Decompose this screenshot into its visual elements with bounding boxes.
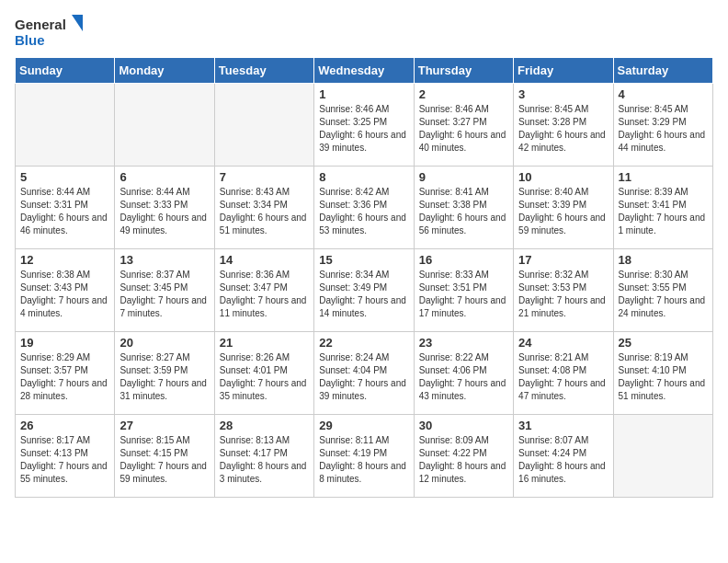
calendar-header-saturday: Saturday xyxy=(613,58,712,84)
day-info: Sunrise: 8:46 AM Sunset: 3:27 PM Dayligh… xyxy=(419,103,508,155)
calendar-cell: 28Sunrise: 8:13 AM Sunset: 4:17 PM Dayli… xyxy=(214,415,313,498)
day-info: Sunrise: 8:15 AM Sunset: 4:15 PM Dayligh… xyxy=(119,434,209,486)
calendar-cell: 14Sunrise: 8:36 AM Sunset: 3:47 PM Dayli… xyxy=(214,249,313,332)
day-number: 23 xyxy=(419,336,508,350)
day-info: Sunrise: 8:32 AM Sunset: 3:53 PM Dayligh… xyxy=(518,269,608,320)
page-header: GeneralBlue xyxy=(15,15,713,50)
day-number: 24 xyxy=(518,336,608,350)
day-info: Sunrise: 8:07 AM Sunset: 4:24 PM Dayligh… xyxy=(518,434,608,486)
svg-text:Blue: Blue xyxy=(15,32,45,48)
day-number: 15 xyxy=(319,253,408,267)
calendar-cell xyxy=(115,84,214,167)
calendar-cell: 6Sunrise: 8:44 AM Sunset: 3:33 PM Daylig… xyxy=(115,167,214,249)
calendar-header-row: SundayMondayTuesdayWednesdayThursdayFrid… xyxy=(16,58,713,84)
calendar-cell: 27Sunrise: 8:15 AM Sunset: 4:15 PM Dayli… xyxy=(115,415,214,498)
day-number: 13 xyxy=(119,253,209,267)
day-info: Sunrise: 8:36 AM Sunset: 3:47 PM Dayligh… xyxy=(220,269,309,320)
calendar-cell xyxy=(16,84,115,167)
calendar-cell: 18Sunrise: 8:30 AM Sunset: 3:55 PM Dayli… xyxy=(613,249,712,332)
calendar-cell: 25Sunrise: 8:19 AM Sunset: 4:10 PM Dayli… xyxy=(613,332,712,415)
calendar-cell: 19Sunrise: 8:29 AM Sunset: 3:57 PM Dayli… xyxy=(16,332,115,415)
calendar-cell xyxy=(613,415,712,498)
calendar-header-sunday: Sunday xyxy=(16,58,115,84)
day-info: Sunrise: 8:19 AM Sunset: 4:10 PM Dayligh… xyxy=(619,351,708,403)
day-number: 14 xyxy=(220,253,309,267)
day-number: 4 xyxy=(619,87,708,101)
svg-marker-2 xyxy=(72,15,83,31)
day-info: Sunrise: 8:41 AM Sunset: 3:38 PM Dayligh… xyxy=(419,186,508,237)
calendar-header-tuesday: Tuesday xyxy=(214,58,313,84)
day-number: 5 xyxy=(20,170,109,184)
day-number: 26 xyxy=(20,419,109,432)
day-info: Sunrise: 8:33 AM Sunset: 3:51 PM Dayligh… xyxy=(419,269,508,320)
day-number: 28 xyxy=(220,419,309,432)
calendar-week-row: 5Sunrise: 8:44 AM Sunset: 3:31 PM Daylig… xyxy=(16,167,713,249)
day-info: Sunrise: 8:30 AM Sunset: 3:55 PM Dayligh… xyxy=(619,269,708,320)
calendar-cell: 5Sunrise: 8:44 AM Sunset: 3:31 PM Daylig… xyxy=(16,167,115,249)
day-info: Sunrise: 8:44 AM Sunset: 3:31 PM Dayligh… xyxy=(20,186,109,237)
day-number: 22 xyxy=(319,336,408,350)
day-number: 31 xyxy=(518,419,608,432)
calendar-cell: 16Sunrise: 8:33 AM Sunset: 3:51 PM Dayli… xyxy=(414,249,513,332)
calendar-cell xyxy=(214,84,313,167)
calendar-cell: 7Sunrise: 8:43 AM Sunset: 3:34 PM Daylig… xyxy=(214,167,313,249)
day-number: 12 xyxy=(20,253,109,267)
calendar-cell: 11Sunrise: 8:39 AM Sunset: 3:41 PM Dayli… xyxy=(613,167,712,249)
calendar-cell: 31Sunrise: 8:07 AM Sunset: 4:24 PM Dayli… xyxy=(514,415,613,498)
logo-icon: GeneralBlue xyxy=(15,15,88,50)
day-info: Sunrise: 8:27 AM Sunset: 3:59 PM Dayligh… xyxy=(119,351,209,403)
calendar-cell: 12Sunrise: 8:38 AM Sunset: 3:43 PM Dayli… xyxy=(16,249,115,332)
day-info: Sunrise: 8:37 AM Sunset: 3:45 PM Dayligh… xyxy=(119,269,209,320)
day-info: Sunrise: 8:13 AM Sunset: 4:17 PM Dayligh… xyxy=(220,434,309,486)
calendar-cell: 15Sunrise: 8:34 AM Sunset: 3:49 PM Dayli… xyxy=(314,249,414,332)
calendar-cell: 4Sunrise: 8:45 AM Sunset: 3:29 PM Daylig… xyxy=(613,84,712,167)
day-number: 3 xyxy=(518,87,608,101)
day-info: Sunrise: 8:24 AM Sunset: 4:04 PM Dayligh… xyxy=(319,351,408,403)
calendar-cell: 29Sunrise: 8:11 AM Sunset: 4:19 PM Dayli… xyxy=(314,415,414,498)
calendar-cell: 30Sunrise: 8:09 AM Sunset: 4:22 PM Dayli… xyxy=(414,415,513,498)
day-info: Sunrise: 8:44 AM Sunset: 3:33 PM Dayligh… xyxy=(119,186,209,237)
day-number: 6 xyxy=(119,170,209,184)
day-number: 25 xyxy=(619,336,708,350)
calendar-table: SundayMondayTuesdayWednesdayThursdayFrid… xyxy=(15,57,713,498)
day-number: 11 xyxy=(619,170,708,184)
day-info: Sunrise: 8:09 AM Sunset: 4:22 PM Dayligh… xyxy=(419,434,508,486)
day-number: 19 xyxy=(20,336,109,350)
day-info: Sunrise: 8:21 AM Sunset: 4:08 PM Dayligh… xyxy=(518,351,608,403)
day-info: Sunrise: 8:26 AM Sunset: 4:01 PM Dayligh… xyxy=(220,351,309,403)
day-number: 1 xyxy=(319,87,408,101)
calendar-header-thursday: Thursday xyxy=(414,58,513,84)
day-number: 9 xyxy=(419,170,508,184)
calendar-week-row: 19Sunrise: 8:29 AM Sunset: 3:57 PM Dayli… xyxy=(16,332,713,415)
calendar-week-row: 26Sunrise: 8:17 AM Sunset: 4:13 PM Dayli… xyxy=(16,415,713,498)
day-number: 7 xyxy=(220,170,309,184)
day-info: Sunrise: 8:22 AM Sunset: 4:06 PM Dayligh… xyxy=(419,351,508,403)
calendar-header-monday: Monday xyxy=(115,58,214,84)
calendar-cell: 22Sunrise: 8:24 AM Sunset: 4:04 PM Dayli… xyxy=(314,332,414,415)
day-info: Sunrise: 8:11 AM Sunset: 4:19 PM Dayligh… xyxy=(319,434,408,486)
day-info: Sunrise: 8:17 AM Sunset: 4:13 PM Dayligh… xyxy=(20,434,109,486)
day-info: Sunrise: 8:39 AM Sunset: 3:41 PM Dayligh… xyxy=(619,186,708,237)
calendar-cell: 2Sunrise: 8:46 AM Sunset: 3:27 PM Daylig… xyxy=(414,84,513,167)
day-number: 30 xyxy=(419,419,508,432)
calendar-header-friday: Friday xyxy=(514,58,613,84)
day-number: 21 xyxy=(220,336,309,350)
day-number: 16 xyxy=(419,253,508,267)
day-info: Sunrise: 8:38 AM Sunset: 3:43 PM Dayligh… xyxy=(20,269,109,320)
day-number: 2 xyxy=(419,87,508,101)
day-number: 10 xyxy=(518,170,608,184)
day-info: Sunrise: 8:46 AM Sunset: 3:25 PM Dayligh… xyxy=(319,103,408,155)
calendar-cell: 24Sunrise: 8:21 AM Sunset: 4:08 PM Dayli… xyxy=(514,332,613,415)
calendar-cell: 1Sunrise: 8:46 AM Sunset: 3:25 PM Daylig… xyxy=(314,84,414,167)
day-number: 20 xyxy=(119,336,209,350)
calendar-cell: 17Sunrise: 8:32 AM Sunset: 3:53 PM Dayli… xyxy=(514,249,613,332)
day-number: 29 xyxy=(319,419,408,432)
calendar-cell: 21Sunrise: 8:26 AM Sunset: 4:01 PM Dayli… xyxy=(214,332,313,415)
day-info: Sunrise: 8:34 AM Sunset: 3:49 PM Dayligh… xyxy=(319,269,408,320)
logo: GeneralBlue xyxy=(15,15,88,50)
calendar-cell: 9Sunrise: 8:41 AM Sunset: 3:38 PM Daylig… xyxy=(414,167,513,249)
calendar-cell: 13Sunrise: 8:37 AM Sunset: 3:45 PM Dayli… xyxy=(115,249,214,332)
calendar-cell: 23Sunrise: 8:22 AM Sunset: 4:06 PM Dayli… xyxy=(414,332,513,415)
calendar-cell: 10Sunrise: 8:40 AM Sunset: 3:39 PM Dayli… xyxy=(514,167,613,249)
day-number: 8 xyxy=(319,170,408,184)
